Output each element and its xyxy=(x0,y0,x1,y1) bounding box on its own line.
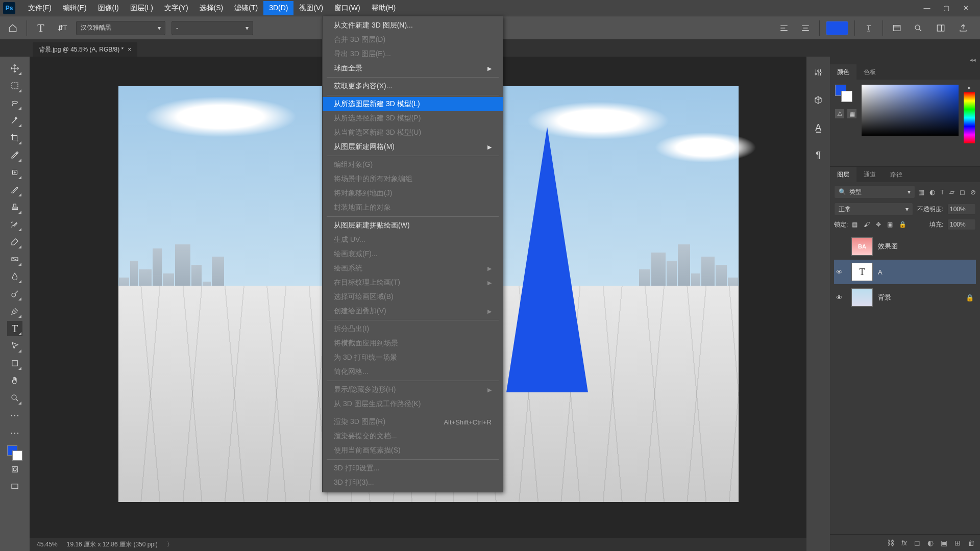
screen-mode[interactable] xyxy=(7,479,22,494)
menu-item[interactable]: 从图层新建网格(M)▶ xyxy=(323,140,503,154)
menu-图像[interactable]: 图像(I) xyxy=(92,1,125,15)
lock-artboard-icon[interactable]: ▣ xyxy=(887,221,893,228)
text-color-swatch[interactable] xyxy=(826,21,848,35)
eraser-tool[interactable] xyxy=(7,234,22,249)
lock-all-icon[interactable]: 🔒 xyxy=(899,221,906,228)
layer-thumbnail[interactable] xyxy=(851,288,873,307)
cube-icon[interactable] xyxy=(812,93,825,107)
minimize-button[interactable]: — xyxy=(922,3,932,13)
layer-thumbnail[interactable]: BA xyxy=(851,237,873,256)
layer-row[interactable]: BA效果图 xyxy=(834,234,976,259)
menu-视图[interactable]: 视图(V) xyxy=(293,1,329,15)
menu-item[interactable]: 球面全景▶ xyxy=(323,61,503,76)
menu-3D[interactable]: 3D(D) xyxy=(263,1,293,15)
hue-slider[interactable] xyxy=(964,92,975,143)
filter-adjust-icon[interactable]: ◐ xyxy=(929,188,935,196)
mask-icon[interactable]: ◻ xyxy=(914,539,920,547)
adjustment-icon[interactable]: ◐ xyxy=(927,539,934,547)
lasso-tool[interactable] xyxy=(7,95,22,111)
move-tool[interactable] xyxy=(7,61,22,76)
lock-paint-icon[interactable]: 🖌 xyxy=(864,221,870,228)
gamut-warning-icon[interactable]: ⚠ xyxy=(835,109,844,118)
menu-窗口[interactable]: 窗口(W) xyxy=(329,1,366,15)
marquee-tool[interactable] xyxy=(7,78,22,93)
align-left-icon[interactable] xyxy=(776,20,792,36)
history-brush-tool[interactable] xyxy=(7,217,22,232)
menu-item[interactable]: 从图层新建拼贴绘画(W) xyxy=(323,218,503,233)
panel-toggle-icon[interactable] xyxy=(889,20,904,36)
menu-编辑[interactable]: 编辑(E) xyxy=(57,1,92,15)
menu-滤镜[interactable]: 滤镜(T) xyxy=(229,1,263,15)
document-tab[interactable]: 背景.jpg @ 45.5% (A, RGB/8) *× xyxy=(33,42,137,57)
layer-name[interactable]: 效果图 xyxy=(878,242,974,251)
lock-move-icon[interactable]: ✥ xyxy=(876,221,881,228)
layer-name[interactable]: A xyxy=(878,268,974,276)
shape-tool[interactable] xyxy=(7,356,22,371)
layer-row[interactable]: 👁TA xyxy=(834,260,976,284)
gradient-tool[interactable] xyxy=(7,252,22,267)
wand-tool[interactable] xyxy=(7,113,22,128)
blur-tool[interactable] xyxy=(7,269,22,284)
menu-item[interactable]: 从所选图层新建 3D 模型(L) xyxy=(323,97,503,111)
crop-tool[interactable] xyxy=(7,130,22,145)
quick-mask[interactable] xyxy=(7,462,22,477)
workspace-icon[interactable] xyxy=(933,20,948,36)
fx-icon[interactable]: fx xyxy=(901,539,907,547)
layer-filter-dropdown[interactable]: 🔍类型▾ xyxy=(834,185,915,198)
trash-icon[interactable]: 🗑 xyxy=(968,539,975,547)
menu-文件[interactable]: 文件(F) xyxy=(22,1,57,15)
menu-帮助[interactable]: 帮助(H) xyxy=(366,1,401,15)
font-family-dropdown[interactable]: 汉仪雅酷黑▾ xyxy=(76,21,165,35)
filter-type-icon[interactable]: T xyxy=(940,188,944,196)
text-orientation-icon[interactable]: ⇵T xyxy=(55,20,70,36)
paragraph-icon[interactable]: ¶ xyxy=(812,148,825,162)
blend-mode-dropdown[interactable]: 正常▾ xyxy=(834,203,913,216)
tab-color[interactable]: 颜色 xyxy=(830,64,856,80)
collapse-arrows-icon[interactable]: ◂◂ xyxy=(830,57,980,64)
menu-文字[interactable]: 文字(Y) xyxy=(159,1,194,15)
opacity-field[interactable]: 100% xyxy=(947,204,976,215)
group-icon[interactable]: ▣ xyxy=(941,539,947,547)
new-layer-icon[interactable]: ⊞ xyxy=(954,539,961,547)
websafe-icon[interactable]: ▦ xyxy=(847,109,856,118)
home-icon[interactable] xyxy=(5,20,20,36)
lock-trans-icon[interactable]: ▦ xyxy=(852,221,857,228)
close-icon[interactable]: × xyxy=(128,46,131,53)
hand-tool[interactable] xyxy=(7,373,22,388)
chevron-right-icon[interactable]: 〉 xyxy=(167,540,173,549)
tab-swatches[interactable]: 色板 xyxy=(856,64,883,80)
share-icon[interactable] xyxy=(955,20,971,36)
align-center-icon[interactable] xyxy=(798,20,813,36)
pen-tool[interactable] xyxy=(7,304,22,319)
filter-toggle-icon[interactable]: ⊘ xyxy=(970,188,976,196)
layer-row[interactable]: 👁背景🔒 xyxy=(834,285,976,310)
font-style-dropdown[interactable]: -▾ xyxy=(172,21,253,35)
color-swatches[interactable] xyxy=(7,445,22,461)
zoom-level[interactable]: 45.45% xyxy=(37,541,58,548)
layer-name[interactable]: 背景 xyxy=(878,293,961,302)
adjust-icon[interactable] xyxy=(812,66,825,79)
character-icon[interactable]: A̲ xyxy=(812,121,825,134)
fill-field[interactable]: 100% xyxy=(947,219,976,230)
link-icon[interactable]: ⛓ xyxy=(887,539,894,547)
menu-图层[interactable]: 图层(L) xyxy=(125,1,159,15)
visibility-icon[interactable]: 👁 xyxy=(836,268,846,276)
brush-tool[interactable] xyxy=(7,182,22,197)
text-tool-icon[interactable]: T xyxy=(33,20,48,36)
visibility-icon[interactable]: 👁 xyxy=(836,294,846,302)
type-tool[interactable]: T xyxy=(7,321,22,336)
warp-text-icon[interactable]: T̰ xyxy=(861,20,876,36)
tab-layers[interactable]: 图层 xyxy=(830,167,856,182)
search-icon[interactable] xyxy=(911,20,926,36)
stamp-tool[interactable] xyxy=(7,199,22,215)
menu-选择[interactable]: 选择(S) xyxy=(194,1,229,15)
tab-paths[interactable]: 路径 xyxy=(883,167,910,182)
filter-pixel-icon[interactable]: ▦ xyxy=(918,188,924,196)
zoom-tool[interactable] xyxy=(7,390,22,406)
maximize-button[interactable]: ▢ xyxy=(941,3,951,13)
menu-item[interactable]: 从文件新建 3D 图层(N)... xyxy=(323,18,503,33)
more-tools[interactable]: ⋯ xyxy=(7,408,22,423)
dodge-tool[interactable] xyxy=(7,286,22,302)
filter-shape-icon[interactable]: ▱ xyxy=(949,188,954,196)
menu-item[interactable]: 获取更多内容(X)... xyxy=(323,79,503,93)
